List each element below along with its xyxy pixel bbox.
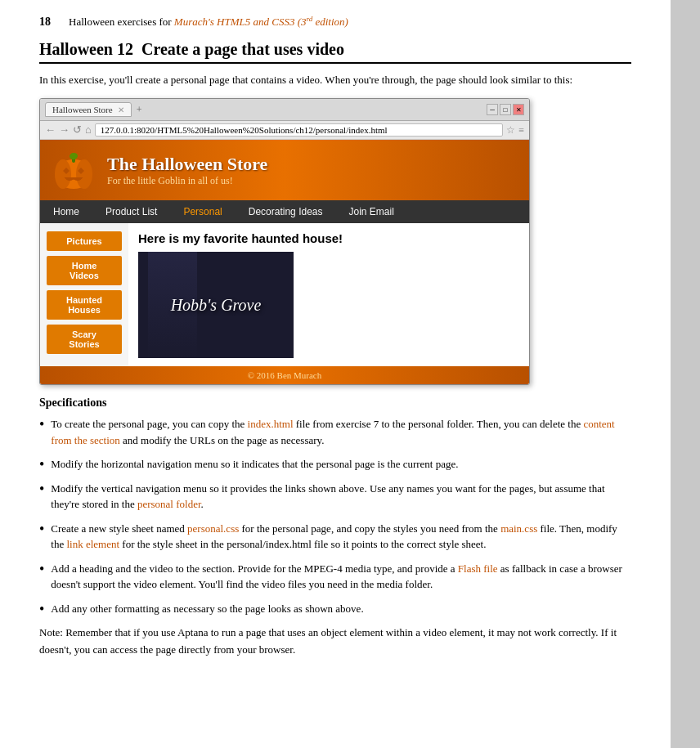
book-title: Murach's HTML5 and CSS3 (3rd edition): [174, 16, 348, 28]
site-main: Pictures HomeVideos HauntedHouses ScaryS…: [40, 223, 529, 366]
page-number: 18: [39, 16, 59, 29]
bullet-6: •: [39, 602, 44, 616]
copyright-text: © 2016 Ben Murach: [248, 370, 322, 380]
spec-item-1: • To create the personal page, you can c…: [39, 416, 631, 448]
site-subtitle: For the little Goblin in all of us!: [107, 175, 267, 187]
spec-text-1: To create the personal page, you can cop…: [51, 416, 631, 448]
svg-point-1: [55, 159, 71, 189]
pictures-button[interactable]: Pictures: [47, 231, 122, 251]
browser-tab[interactable]: Halloween Store ✕: [45, 102, 132, 117]
menu-icon[interactable]: ≡: [518, 124, 524, 137]
bullet-1: •: [39, 417, 44, 432]
spec-item-6: • Add any other formatting as necessary …: [39, 601, 631, 617]
haunted-houses-button[interactable]: HauntedHouses: [47, 290, 122, 320]
home-videos-button[interactable]: HomeVideos: [47, 256, 122, 285]
address-bar[interactable]: 127.0.0.1:8020/HTML5%20Halloween%20Solut…: [95, 123, 503, 137]
tab-close-icon[interactable]: ✕: [118, 105, 124, 114]
page-header-text: Halloween exercises for Murach's HTML5 a…: [69, 15, 348, 29]
bullet-2: •: [39, 457, 44, 472]
window-controls: ─ □ ✕: [487, 104, 524, 115]
svg-point-2: [76, 159, 92, 189]
nav-decorating-ideas[interactable]: Decorating Ideas: [236, 200, 336, 223]
halloween-website: The Halloween Store For the little Gobli…: [40, 140, 529, 384]
browser-controls: ← → ↺ ⌂ 127.0.0.1:8020/HTML5%20Halloween…: [40, 121, 529, 140]
bullet-4: •: [39, 522, 44, 536]
scary-stories-button[interactable]: ScaryStories: [47, 325, 122, 354]
nav-join-email[interactable]: Join Email: [336, 200, 407, 223]
browser-mockup: Halloween Store ✕ + ─ □ ✕ ← → ↺ ⌂ 127.0.…: [39, 98, 530, 385]
right-sidebar: [671, 0, 700, 748]
exercise-name: Create a page that uses video: [141, 40, 344, 58]
note-paragraph: Note: Remember that if you use Aptana to…: [39, 625, 631, 657]
svg-point-4: [69, 153, 78, 161]
maximize-button[interactable]: □: [500, 104, 511, 115]
spec-text-3: Modify the vertical navigation menu so i…: [51, 481, 631, 513]
spec-list: • To create the personal page, you can c…: [39, 416, 631, 616]
minimize-button[interactable]: ─: [487, 104, 498, 115]
reload-button[interactable]: ↺: [73, 123, 82, 137]
video-title-text: Hobb's Grove: [171, 296, 262, 315]
video-placeholder[interactable]: Hobb's Grove: [138, 252, 294, 358]
browser-extra-icons: ☆ ≡: [506, 124, 524, 137]
spec-item-3: • Modify the vertical navigation menu so…: [39, 481, 631, 513]
star-icon[interactable]: ☆: [506, 124, 515, 137]
nav-personal[interactable]: Personal: [170, 200, 235, 223]
spec-item-5: • Add a heading and the video to the sec…: [39, 561, 631, 593]
site-nav: Home Product List Personal Decorating Id…: [40, 200, 529, 223]
intro-paragraph: In this exercise, you'll create a person…: [39, 72, 631, 88]
site-title: The Halloween Store: [107, 154, 267, 175]
tab-label: Halloween Store: [52, 105, 113, 114]
site-sidebar: Pictures HomeVideos HauntedHouses ScaryS…: [40, 223, 128, 366]
exercise-number: Halloween 12: [39, 40, 133, 58]
section-heading: Here is my favorite haunted house!: [138, 231, 519, 245]
new-tab-icon[interactable]: +: [137, 104, 142, 116]
site-title-block: The Halloween Store For the little Gobli…: [107, 154, 267, 187]
exercise-title: Halloween 12 Create a page that uses vid…: [39, 40, 631, 64]
spec-text-2: Modify the horizontal navigation menu so…: [51, 456, 458, 473]
spec-item-4: • Create a new style sheet named persona…: [39, 521, 631, 553]
bullet-5: •: [39, 562, 44, 576]
spec-heading: Specifications: [39, 396, 631, 410]
site-header: The Halloween Store For the little Gobli…: [40, 140, 529, 200]
spec-item-2: • Modify the horizontal navigation menu …: [39, 456, 631, 473]
nav-product-list[interactable]: Product List: [92, 200, 170, 223]
bullet-3: •: [39, 481, 44, 496]
back-button[interactable]: ←: [45, 123, 56, 137]
pumpkin-icon: [52, 148, 96, 192]
site-footer: © 2016 Ben Murach: [40, 366, 529, 384]
spec-text-6: Add any other formatting as necessary so…: [51, 601, 363, 617]
browser-tab-bar: Halloween Store ✕ + ─ □ ✕: [40, 99, 529, 121]
home-button[interactable]: ⌂: [85, 123, 92, 137]
spec-text-4: Create a new style sheet named personal.…: [51, 521, 631, 553]
forward-button[interactable]: →: [59, 123, 70, 137]
specifications-section: Specifications • To create the personal …: [39, 396, 631, 657]
close-button[interactable]: ✕: [513, 104, 524, 115]
site-section: Here is my favorite haunted house! Hobb'…: [128, 223, 529, 366]
page-header: 18 Halloween exercises for Murach's HTML…: [39, 15, 631, 29]
spec-text-5: Add a heading and the video to the secti…: [51, 561, 631, 593]
nav-home[interactable]: Home: [40, 200, 92, 223]
